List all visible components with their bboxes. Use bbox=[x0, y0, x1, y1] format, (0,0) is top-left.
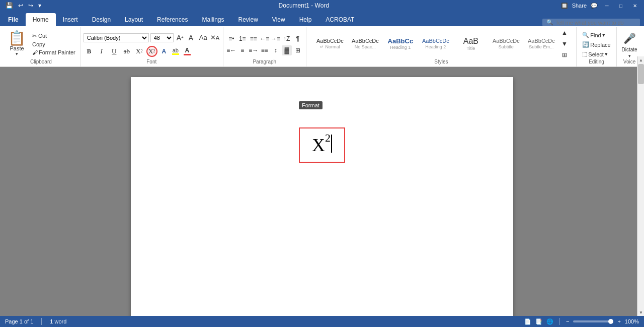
zoom-out-btn[interactable]: − bbox=[566, 318, 569, 323]
document-area: Format X 2 bbox=[0, 67, 644, 323]
dictate-label: Dictate bbox=[621, 47, 637, 52]
underline-button[interactable]: U bbox=[109, 46, 120, 57]
save-qat-btn[interactable]: 💾 bbox=[4, 2, 15, 10]
style-title[interactable]: AaB Title bbox=[454, 29, 488, 58]
zoom-level[interactable]: 100% bbox=[625, 318, 639, 323]
find-button[interactable]: 🔍 Find ▾ bbox=[581, 31, 612, 39]
cut-button[interactable]: ✂ Cut bbox=[31, 32, 77, 40]
styles-down-arrow[interactable]: ▼ bbox=[559, 39, 570, 49]
copy-button[interactable]: Copy bbox=[31, 41, 77, 48]
text-cursor bbox=[331, 135, 332, 153]
para-row2: ≡← ≡ ≡→ ≡≡ ↕ ▓ ⊞ bbox=[226, 45, 303, 55]
italic-button[interactable]: I bbox=[96, 46, 107, 57]
scroll-up-arrow[interactable]: ▲ bbox=[637, 56, 644, 63]
text-highlight-button[interactable]: ab bbox=[171, 46, 181, 56]
tab-view[interactable]: View bbox=[265, 13, 292, 26]
dictate-button[interactable]: 🎤 bbox=[622, 31, 637, 46]
align-right-button[interactable]: ≡→ bbox=[249, 45, 259, 55]
select-arrow[interactable]: ▾ bbox=[605, 51, 608, 57]
undo-qat-btn[interactable]: ↩ bbox=[17, 2, 25, 10]
print-layout-btn[interactable]: 📑 bbox=[535, 318, 542, 324]
style-subtle-em[interactable]: AaBbCcDc Subtle Em... bbox=[524, 29, 558, 58]
styles-gallery: AaBbCcDc ↵ Normal AaBbCcDc No Spac... Aa… bbox=[313, 28, 570, 59]
tab-layout[interactable]: Layout bbox=[118, 13, 150, 26]
comment-icon[interactable]: 💬 bbox=[591, 3, 598, 9]
zoom-in-btn[interactable]: + bbox=[617, 318, 620, 323]
tab-help[interactable]: Help bbox=[292, 13, 319, 26]
tab-references[interactable]: References bbox=[150, 13, 195, 26]
bullets-button[interactable]: ≡• bbox=[226, 34, 236, 44]
change-case-button[interactable]: Aa bbox=[198, 33, 208, 43]
tab-mailings[interactable]: Mailings bbox=[195, 13, 231, 26]
clear-formatting-button[interactable]: ✕A bbox=[210, 33, 220, 43]
tab-acrobat[interactable]: ACROBAT bbox=[318, 13, 361, 26]
shading-button[interactable]: ▓ bbox=[282, 45, 292, 55]
superscript-box: X 2 bbox=[299, 127, 345, 163]
shrink-font-button[interactable]: A- bbox=[187, 33, 197, 43]
tab-review[interactable]: Review bbox=[231, 13, 265, 26]
paste-button[interactable]: 📋 Paste ▾ bbox=[5, 30, 29, 57]
search-input[interactable] bbox=[555, 20, 636, 26]
align-center-button[interactable]: ≡ bbox=[237, 45, 248, 55]
tab-design[interactable]: Design bbox=[85, 13, 118, 26]
numbering-button[interactable]: 1≡ bbox=[237, 34, 248, 44]
tab-insert[interactable]: Insert bbox=[56, 13, 85, 26]
paste-label: Paste bbox=[10, 45, 24, 51]
maximize-btn[interactable]: □ bbox=[616, 2, 626, 10]
paste-dropdown-arrow[interactable]: ▾ bbox=[16, 51, 18, 56]
style-no-space[interactable]: AaBbCcDc No Spac... bbox=[348, 29, 382, 58]
styles-more-btn[interactable]: ⊞ bbox=[559, 50, 570, 59]
ribbon-group-paragraph: ≡• 1≡ ≡≡ ←≡ →≡ ↑Z ¶ ≡← ≡ ≡→ ≡≡ ↕ ▓ ⊞ bbox=[223, 27, 306, 67]
read-mode-btn[interactable]: 📄 bbox=[524, 318, 531, 324]
align-left-button[interactable]: ≡← bbox=[226, 45, 236, 55]
text-effects-button[interactable]: A bbox=[159, 46, 169, 56]
customize-qat-btn[interactable]: ▾ bbox=[37, 2, 43, 10]
redo-qat-btn[interactable]: ↪ bbox=[27, 2, 35, 10]
tab-home[interactable]: Home bbox=[26, 13, 56, 26]
select-button[interactable]: ⬚ Select ▾ bbox=[581, 50, 612, 58]
document-page[interactable]: Format X 2 bbox=[131, 77, 513, 319]
scroll-down-arrow[interactable]: ▼ bbox=[637, 309, 644, 316]
format-painter-button[interactable]: 🖌 Format Painter bbox=[31, 49, 77, 56]
scroll-thumb[interactable] bbox=[638, 64, 644, 84]
font-name-selector[interactable]: Calibri (Body) bbox=[84, 33, 149, 42]
close-btn[interactable]: ✕ bbox=[630, 2, 640, 10]
style-normal[interactable]: AaBbCcDc ↵ Normal bbox=[313, 29, 347, 58]
find-arrow[interactable]: ▾ bbox=[602, 32, 605, 38]
bold-button[interactable]: B bbox=[84, 46, 95, 57]
font-size-selector[interactable]: 48 bbox=[150, 33, 174, 42]
dictate-arrow[interactable]: ▾ bbox=[628, 53, 631, 58]
share-btn[interactable]: Share bbox=[572, 3, 587, 9]
borders-button[interactable]: ⊞ bbox=[293, 45, 303, 55]
zoom-slider[interactable] bbox=[573, 320, 613, 322]
multilevel-list-button[interactable]: ≡≡ bbox=[249, 34, 259, 44]
text-x: X bbox=[312, 135, 325, 156]
ribbon-display-btn[interactable]: 🔲 bbox=[561, 3, 568, 9]
line-spacing-button[interactable]: ↕ bbox=[271, 45, 281, 55]
style-subtitle[interactable]: AaBbCcDc Subtitle bbox=[489, 29, 523, 58]
increase-indent-button[interactable]: →≡ bbox=[271, 34, 281, 44]
minimize-btn[interactable]: ─ bbox=[602, 2, 612, 10]
styles-up-arrow[interactable]: ▲ bbox=[559, 28, 570, 38]
style-heading1[interactable]: AaBbCc Heading 1 bbox=[383, 29, 418, 58]
status-right: 📄 📑 🌐 − + 100% bbox=[524, 318, 639, 323]
style-heading1-preview: AaBbCc bbox=[388, 37, 414, 45]
sort-button[interactable]: ↑Z bbox=[282, 34, 292, 44]
font-color-button[interactable]: A bbox=[182, 46, 192, 56]
web-layout-btn[interactable]: 🌐 bbox=[546, 318, 553, 324]
show-hide-button[interactable]: ¶ bbox=[293, 34, 303, 44]
style-subtitle-preview: AaBbCcDc bbox=[493, 38, 520, 44]
styles-label: Styles bbox=[434, 59, 448, 66]
style-heading2[interactable]: AaBbCcDc Heading 2 bbox=[419, 29, 453, 58]
scrollbar-right[interactable]: ▲ ▼ bbox=[637, 56, 644, 316]
strikethrough-button[interactable]: ab bbox=[121, 46, 132, 57]
subscript-button[interactable]: X2 bbox=[134, 46, 145, 57]
status-divider1 bbox=[41, 318, 42, 323]
decrease-indent-button[interactable]: ←≡ bbox=[260, 34, 270, 44]
text-superscript: 2 bbox=[325, 133, 331, 144]
superscript-button[interactable]: X2 bbox=[146, 46, 157, 57]
replace-button[interactable]: 🔄 Replace bbox=[581, 41, 612, 48]
grow-font-button[interactable]: A+ bbox=[175, 33, 185, 43]
justify-button[interactable]: ≡≡ bbox=[260, 45, 270, 55]
tab-file[interactable]: File bbox=[1, 13, 26, 26]
